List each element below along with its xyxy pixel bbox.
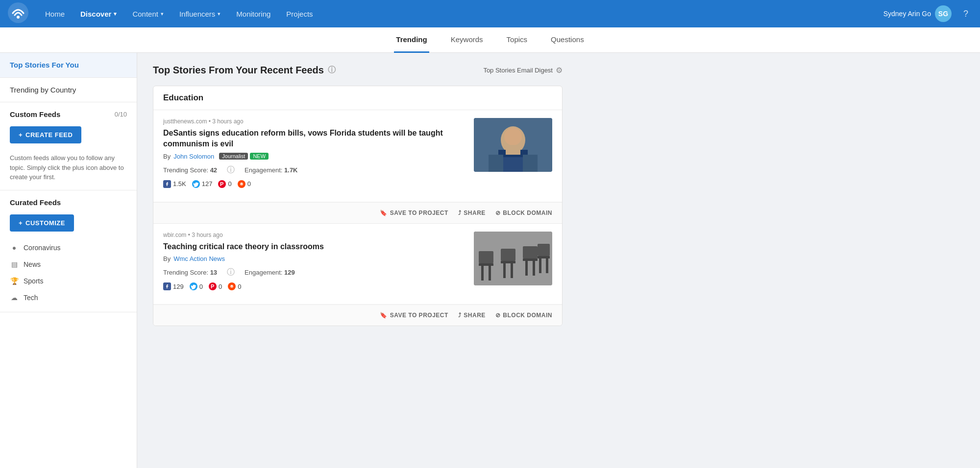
news-label: News [24, 260, 41, 268]
nav-home[interactable]: Home [38, 6, 72, 22]
tab-trending[interactable]: Trending [394, 27, 429, 53]
help-button[interactable]: ? [959, 7, 972, 21]
news-icon: ▤ [10, 260, 19, 268]
save-to-project-btn-crt[interactable]: 🔖 SAVE TO PROJECT [380, 310, 448, 321]
reddit-shares: 0 [238, 180, 251, 188]
journalist-tag: Journalist [219, 153, 248, 160]
trending-info-icon[interactable]: ⓘ [227, 165, 235, 175]
reddit-shares-crt: 0 [228, 282, 241, 290]
article-crt: wbir.com • 3 hours ago Teaching critical… [153, 224, 562, 326]
twitter-shares: 127 [192, 180, 213, 188]
new-tag: NEW [250, 153, 269, 160]
engagement-label: Engagement: 1.7K [245, 166, 297, 174]
svg-rect-42 [546, 258, 548, 273]
svg-rect-15 [523, 155, 538, 172]
gear-icon[interactable]: ⚙ [556, 66, 563, 75]
sidebar-section-trending: Trending by Country [0, 78, 137, 102]
sidebar-item-news[interactable]: ▤ News [0, 256, 137, 273]
block-domain-btn-desantis[interactable]: ⊘ BLOCK DOMAIN [495, 208, 552, 218]
article-thumbnail-desantis [474, 118, 552, 172]
sidebar-item-trending[interactable]: Trending by Country [0, 78, 137, 102]
sidebar-section-top-stories: Top Stories For You [0, 53, 137, 78]
nav-projects[interactable]: Projects [279, 6, 319, 22]
customize-button[interactable]: + CUSTOMIZE [10, 214, 74, 232]
custom-feeds-title: Custom Feeds [10, 110, 60, 118]
share-icon: ⤴ [458, 210, 462, 216]
trending-info-icon-crt[interactable]: ⓘ [227, 267, 235, 278]
sidebar-item-top-stories[interactable]: Top Stories For You [0, 53, 137, 77]
article-author-desantis[interactable]: John Solomon [173, 153, 214, 160]
article-desantis: justthenews.com • 3 hours ago DeSantis s… [153, 110, 562, 223]
svg-rect-31 [501, 249, 515, 261]
trending-score-label-crt: Trending Score: 13 [163, 269, 217, 276]
sidebar: Top Stories For You Trending by Country … [0, 53, 137, 468]
fb-count: 1.5K [173, 180, 186, 187]
main-content: Top Stories From Your Recent Feeds ⓘ Top… [137, 53, 578, 468]
info-icon[interactable]: ⓘ [328, 65, 336, 75]
save-label-crt: SAVE TO PROJECT [390, 312, 448, 319]
reddit-count-crt: 0 [238, 283, 241, 290]
article-shares-desantis: 1.5K 127 P 0 [163, 180, 466, 188]
reddit-icon [238, 180, 245, 188]
user-avatar: SG [935, 5, 952, 22]
facebook-icon-crt [163, 282, 171, 290]
top-navigation: Home Discover Content Influencers Monito… [0, 0, 980, 27]
nav-monitoring[interactable]: Monitoring [229, 6, 277, 22]
block-domain-btn-crt[interactable]: ⊘ BLOCK DOMAIN [495, 310, 552, 321]
svg-rect-14 [489, 155, 503, 172]
reddit-icon-crt [228, 282, 236, 290]
save-to-project-btn-desantis[interactable]: 🔖 SAVE TO PROJECT [380, 208, 448, 218]
save-label: SAVE TO PROJECT [390, 210, 448, 216]
tab-questions[interactable]: Questions [549, 27, 586, 53]
facebook-shares: 1.5K [163, 180, 186, 188]
email-digest-label: Top Stories Email Digest [483, 67, 553, 74]
sidebar-item-sports[interactable]: 🏆 Sports [0, 273, 137, 289]
tw-count: 127 [202, 180, 213, 187]
thumbnail-image-crt [474, 232, 552, 285]
nav-discover[interactable]: Discover [74, 6, 123, 22]
article-title-crt[interactable]: Teaching critical race theory in classro… [163, 241, 466, 252]
article-time-desantis: 3 hours ago [212, 118, 243, 125]
tech-label: Tech [24, 294, 38, 302]
share-btn-crt[interactable]: ⤴ SHARE [458, 310, 486, 321]
block-label-crt: BLOCK DOMAIN [503, 312, 552, 319]
tab-topics[interactable]: Topics [505, 27, 530, 53]
svg-rect-37 [525, 261, 528, 276]
by-label-crt: By [163, 255, 171, 262]
bookmark-icon: 🔖 [380, 210, 388, 216]
user-profile[interactable]: Sydney Arin Go SG [883, 5, 952, 22]
app-logo[interactable] [8, 2, 38, 25]
share-btn-desantis[interactable]: ⤴ SHARE [458, 208, 486, 218]
svg-rect-33 [503, 263, 506, 278]
custom-feeds-header: Custom Feeds 0/10 [0, 102, 137, 122]
svg-rect-40 [538, 256, 550, 258]
create-feed-button[interactable]: + CREATE FEED [10, 126, 81, 143]
pin-count-crt: 0 [219, 283, 222, 290]
nav-content[interactable]: Content [125, 6, 171, 22]
sports-label: Sports [24, 277, 43, 285]
plus-icon: + [19, 131, 23, 139]
engagement-value: 1.7K [284, 166, 297, 174]
email-digest-button[interactable]: Top Stories Email Digest ⚙ [483, 66, 563, 75]
page-layout: Top Stories For You Trending by Country … [0, 53, 980, 468]
article-body-desantis: justthenews.com • 3 hours ago DeSantis s… [153, 110, 562, 202]
share-icon-crt: ⤴ [458, 312, 462, 319]
article-author-crt[interactable]: Wmc Action News [173, 255, 225, 262]
pinterest-shares-crt: P 0 [209, 282, 222, 290]
svg-rect-39 [538, 244, 550, 256]
svg-text:P: P [220, 181, 223, 187]
svg-rect-29 [481, 266, 484, 281]
curated-feeds-header: Curated Feeds [0, 190, 137, 211]
article-thumbnail-crt [474, 232, 552, 285]
article-title-desantis[interactable]: DeSantis signs education reform bills, v… [163, 128, 466, 150]
sidebar-section-curated-feeds: Curated Feeds + CUSTOMIZE ● Coronavirus … [0, 190, 137, 312]
tab-keywords[interactable]: Keywords [449, 27, 485, 53]
svg-rect-35 [523, 246, 538, 258]
svg-rect-32 [501, 261, 515, 263]
pinterest-shares: P 0 [218, 180, 231, 188]
article-stats-crt: Trending Score: 13 ⓘ Engagement: 129 [163, 267, 466, 278]
sidebar-item-tech[interactable]: ☁ Tech [0, 289, 137, 306]
sidebar-item-coronavirus[interactable]: ● Coronavirus [0, 239, 137, 256]
block-icon: ⊘ [495, 210, 501, 216]
nav-influencers[interactable]: Influencers [172, 6, 227, 22]
